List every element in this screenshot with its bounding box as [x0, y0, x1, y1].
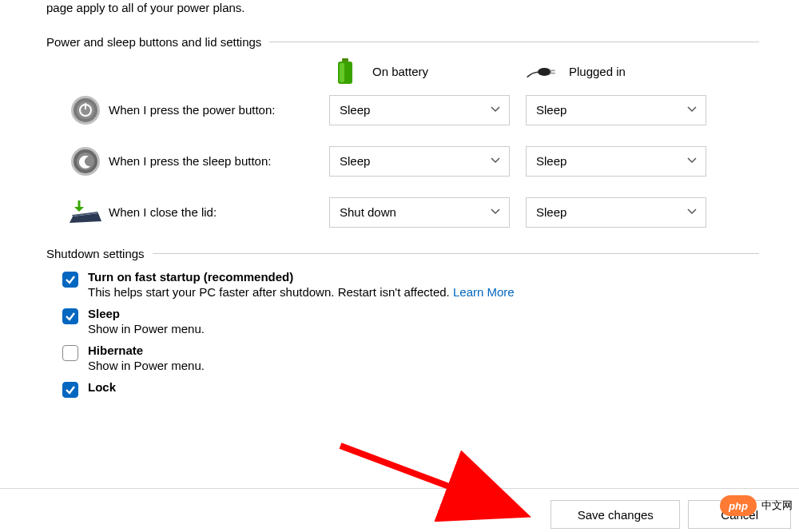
- svg-rect-0: [342, 58, 348, 62]
- chevron-down-icon: [686, 154, 698, 168]
- chevron-down-icon: [686, 205, 698, 219]
- select-power-on-battery[interactable]: Sleep: [329, 95, 510, 125]
- checkbox-hibernate[interactable]: [62, 345, 78, 361]
- select-power-plugged-in[interactable]: Sleep: [526, 95, 706, 125]
- select-value: Sleep: [536, 103, 566, 117]
- select-value: Sleep: [340, 103, 370, 117]
- select-lid-plugged-in[interactable]: Sleep: [526, 197, 706, 228]
- annotation-arrow: [336, 441, 543, 529]
- check-item-fast-startup: Turn on fast startup (recommended) This …: [62, 270, 759, 304]
- section-power-buttons: Power and sleep buttons and lid settings…: [46, 35, 759, 229]
- select-value: Shut down: [340, 205, 396, 219]
- select-value: Sleep: [536, 205, 566, 219]
- divider: [269, 42, 759, 42]
- column-header-battery: On battery: [329, 58, 526, 85]
- row-label: When I press the power button:: [109, 103, 329, 117]
- row-label: When I press the sleep button:: [109, 154, 329, 168]
- save-changes-button[interactable]: Save changes: [551, 500, 680, 529]
- select-value: Sleep: [536, 154, 566, 168]
- check-description: This helps start your PC faster after sh…: [88, 285, 515, 299]
- check-description: Show in Power menu.: [88, 322, 205, 335]
- column-header-plugged: Plugged in: [526, 58, 722, 85]
- row-close-lid: When I close the lid: Shut down Sleep: [62, 196, 759, 229]
- svg-line-14: [340, 446, 519, 513]
- chevron-down-icon: [686, 103, 698, 117]
- section-title-shutdown: Shutdown settings: [46, 247, 153, 260]
- check-item-lock: Lock: [62, 380, 759, 398]
- check-title: Turn on fast startup (recommended): [88, 270, 515, 284]
- row-label: When I close the lid:: [109, 205, 329, 219]
- column-header-label: On battery: [372, 65, 428, 78]
- svg-rect-5: [550, 72, 555, 73]
- chevron-down-icon: [490, 154, 501, 168]
- checkbox-sleep[interactable]: [62, 308, 78, 324]
- check-description: Show in Power menu.: [88, 359, 205, 372]
- learn-more-link[interactable]: Learn More: [453, 285, 515, 299]
- battery-icon: [329, 58, 361, 85]
- checkbox-fast-startup[interactable]: [62, 272, 78, 288]
- select-value: Sleep: [340, 154, 370, 168]
- row-power-button: When I press the power button: Sleep Sle…: [62, 93, 759, 127]
- divider: [153, 253, 759, 254]
- svg-rect-4: [550, 69, 555, 71]
- svg-point-3: [538, 68, 551, 76]
- laptop-lid-icon: [62, 199, 109, 226]
- chevron-down-icon: [490, 205, 501, 219]
- section-title-power: Power and sleep buttons and lid settings: [46, 35, 269, 49]
- section-shutdown: Shutdown settings Turn on fast startup (…: [46, 247, 759, 398]
- select-lid-on-battery[interactable]: Shut down: [329, 197, 510, 228]
- check-title: Lock: [88, 380, 116, 394]
- select-sleep-on-battery[interactable]: Sleep: [329, 146, 510, 177]
- check-title: Sleep: [88, 307, 205, 320]
- check-title: Hibernate: [88, 343, 205, 357]
- divider: [0, 488, 799, 489]
- column-header-label: Plugged in: [569, 65, 626, 78]
- select-sleep-plugged-in[interactable]: Sleep: [526, 146, 706, 177]
- plug-icon: [526, 62, 558, 81]
- check-item-hibernate: Hibernate Show in Power menu.: [62, 343, 759, 377]
- power-button-icon: [62, 94, 109, 126]
- sleep-button-icon: [62, 145, 109, 177]
- cancel-button[interactable]: Cancel: [688, 500, 791, 529]
- check-item-sleep: Sleep Show in Power menu.: [62, 307, 759, 340]
- chevron-down-icon: [490, 103, 501, 117]
- row-sleep-button: When I press the sleep button: Sleep Sle…: [62, 145, 759, 178]
- intro-text: page apply to all of your power plans.: [46, 0, 759, 16]
- svg-rect-2: [340, 63, 344, 82]
- checkbox-lock[interactable]: [62, 382, 78, 398]
